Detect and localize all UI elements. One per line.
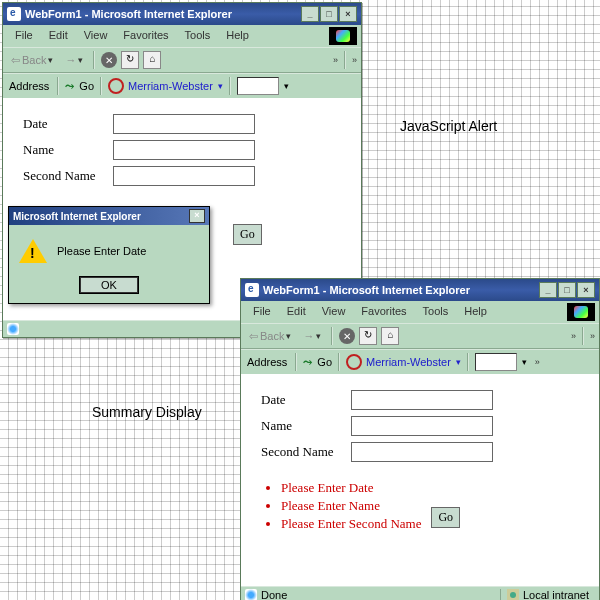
back-button[interactable]: ⇦ Back ▾	[245, 328, 295, 345]
intranet-icon	[507, 589, 519, 600]
validation-item: Please Enter Second Name	[281, 516, 421, 532]
validation-summary: Please Enter Date Please Enter Name Plea…	[261, 478, 421, 534]
toolbar-overflow-icon[interactable]: »	[590, 331, 595, 341]
minimize-button[interactable]: _	[539, 282, 557, 298]
done-icon	[245, 589, 257, 600]
separator	[331, 327, 333, 345]
window-title: WebForm1 - Microsoft Internet Explorer	[263, 284, 539, 296]
mw-label: Merriam-Webster	[128, 80, 213, 92]
refresh-icon[interactable]: ↻	[121, 51, 139, 69]
done-icon	[7, 323, 19, 335]
toolbar: ⇦ Back ▾ → ▾ ✕ ↻ ⌂ » »	[3, 47, 361, 73]
validation-item: Please Enter Date	[281, 480, 421, 496]
ie-icon	[245, 283, 259, 297]
maximize-button[interactable]: □	[558, 282, 576, 298]
submit-button[interactable]: Go	[233, 224, 262, 245]
separator	[229, 77, 231, 95]
caption-js-alert: JavaScript Alert	[400, 118, 497, 134]
name-input[interactable]	[351, 416, 493, 436]
name-label: Name	[23, 142, 113, 158]
go-label: Go	[317, 356, 332, 368]
stop-icon[interactable]: ✕	[101, 52, 117, 68]
address-input[interactable]	[475, 353, 517, 371]
refresh-icon[interactable]: ↻	[359, 327, 377, 345]
toolbar: ⇦ Back ▾ → ▾ ✕ ↻ ⌂ » »	[241, 323, 599, 349]
go-button[interactable]: ⤳Go	[303, 356, 332, 368]
menu-file[interactable]: File	[7, 27, 41, 45]
ie-icon	[7, 7, 21, 21]
menu-help[interactable]: Help	[218, 27, 257, 45]
date-input[interactable]	[113, 114, 255, 134]
date-input[interactable]	[351, 390, 493, 410]
alert-close-button[interactable]: ×	[189, 209, 205, 223]
minimize-button[interactable]: _	[301, 6, 319, 22]
separator	[338, 353, 340, 371]
caption-summary: Summary Display	[92, 404, 202, 420]
go-button[interactable]: ⤳Go	[65, 80, 94, 92]
dropdown-icon[interactable]: ▾	[522, 357, 527, 367]
second-name-input[interactable]	[351, 442, 493, 462]
page-content: Date Name Second Name Please Enter Date …	[241, 374, 599, 586]
name-label: Name	[261, 418, 351, 434]
close-button[interactable]: ×	[577, 282, 595, 298]
menu-file[interactable]: File	[245, 303, 279, 321]
warning-icon	[19, 239, 47, 263]
merriam-webster-link[interactable]: Merriam-Webster▾	[108, 78, 223, 94]
address-input[interactable]	[237, 77, 279, 95]
mw-circle-icon	[346, 354, 362, 370]
forward-button[interactable]: → ▾	[299, 328, 325, 344]
close-button[interactable]: ×	[339, 6, 357, 22]
addr-overflow-icon[interactable]: »	[535, 357, 540, 367]
titlebar[interactable]: WebForm1 - Microsoft Internet Explorer _…	[241, 279, 599, 301]
separator	[93, 51, 95, 69]
separator	[344, 51, 346, 69]
alert-title-text: Microsoft Internet Explorer	[13, 211, 141, 222]
second-name-label: Second Name	[261, 444, 351, 460]
home-icon[interactable]: ⌂	[381, 327, 399, 345]
submit-button[interactable]: Go	[431, 507, 460, 528]
forward-button[interactable]: → ▾	[61, 52, 87, 68]
maximize-button[interactable]: □	[320, 6, 338, 22]
titlebar[interactable]: WebForm1 - Microsoft Internet Explorer _…	[3, 3, 361, 25]
merriam-webster-link[interactable]: Merriam-Webster▾	[346, 354, 461, 370]
second-name-input[interactable]	[113, 166, 255, 186]
menu-favorites[interactable]: Favorites	[115, 27, 176, 45]
menu-edit[interactable]: Edit	[279, 303, 314, 321]
menu-view[interactable]: View	[76, 27, 116, 45]
address-label: Address	[245, 356, 289, 368]
menu-favorites[interactable]: Favorites	[353, 303, 414, 321]
separator	[582, 327, 584, 345]
toolbar-overflow-icon[interactable]: »	[352, 55, 357, 65]
status-text: Done	[261, 589, 287, 600]
separator	[467, 353, 469, 371]
name-input[interactable]	[113, 140, 255, 160]
menu-view[interactable]: View	[314, 303, 354, 321]
ie-throbber-icon	[329, 27, 357, 45]
menu-tools[interactable]: Tools	[415, 303, 457, 321]
back-button[interactable]: ⇦ Back ▾	[7, 52, 57, 69]
home-icon[interactable]: ⌂	[143, 51, 161, 69]
alert-titlebar[interactable]: Microsoft Internet Explorer ×	[9, 207, 209, 225]
menu-edit[interactable]: Edit	[41, 27, 76, 45]
zone-label: Local intranet	[523, 589, 589, 600]
ok-button[interactable]: OK	[80, 277, 138, 293]
menu-help[interactable]: Help	[456, 303, 495, 321]
back-label: Back	[260, 330, 284, 342]
alert-dialog: Microsoft Internet Explorer × Please Ent…	[8, 206, 210, 304]
window-title: WebForm1 - Microsoft Internet Explorer	[25, 8, 301, 20]
separator	[57, 77, 59, 95]
dropdown-icon[interactable]: ▾	[284, 81, 289, 91]
separator	[100, 77, 102, 95]
mw-label: Merriam-Webster	[366, 356, 451, 368]
menubar: File Edit View Favorites Tools Help	[3, 25, 361, 47]
address-label: Address	[7, 80, 51, 92]
go-label: Go	[79, 80, 94, 92]
toolbar-overflow-icon[interactable]: »	[571, 331, 576, 341]
toolbar-overflow-icon[interactable]: »	[333, 55, 338, 65]
back-label: Back	[22, 54, 46, 66]
separator	[295, 353, 297, 371]
mw-circle-icon	[108, 78, 124, 94]
menu-tools[interactable]: Tools	[177, 27, 219, 45]
validation-item: Please Enter Name	[281, 498, 421, 514]
stop-icon[interactable]: ✕	[339, 328, 355, 344]
